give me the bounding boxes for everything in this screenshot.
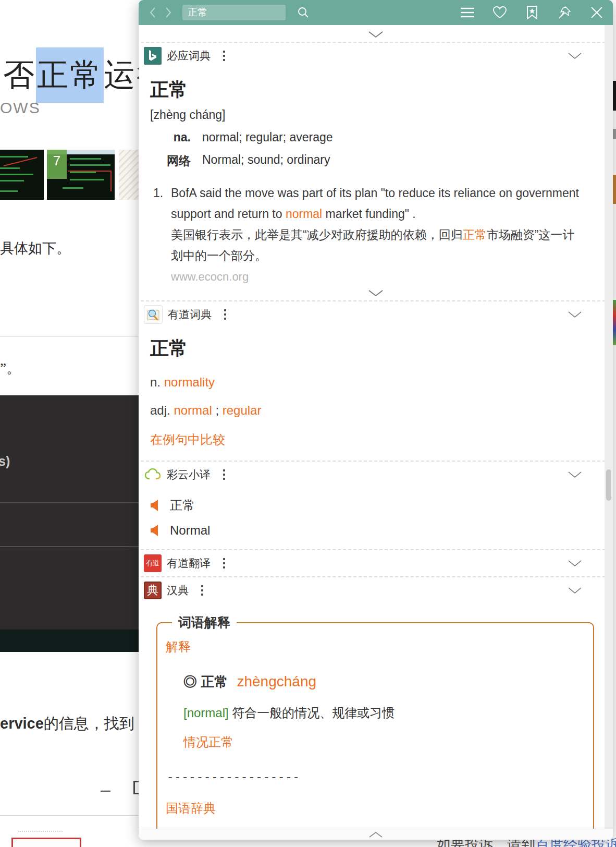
handian-example-link[interactable]: 情况正常 (183, 734, 583, 751)
separator: ; (212, 403, 223, 417)
section-label: 汉典 (167, 583, 189, 598)
page-dotted-underline (18, 831, 63, 832)
section-header-bing[interactable]: 必应词典 (139, 43, 613, 69)
youdao-logo-text: 有道 (146, 559, 159, 568)
example-en-highlight: normal (286, 207, 322, 221)
section-menu-dots-icon[interactable] (221, 556, 227, 571)
pin-icon[interactable] (557, 5, 572, 20)
section-label: 有道翻译 (167, 556, 211, 571)
translation-link[interactable]: normal (174, 403, 212, 417)
bing-headword: 正常 (150, 77, 613, 103)
section-collapse-icon[interactable] (567, 311, 583, 318)
section-collapse-icon[interactable] (567, 52, 583, 59)
caiyun-translation-row: Normal (150, 523, 613, 538)
close-icon[interactable] (589, 5, 605, 20)
menu-icon[interactable] (460, 5, 475, 20)
youdao-headword: 正常 (150, 336, 613, 361)
section-collapse-icon[interactable] (567, 587, 583, 594)
word-explanation-box: 词语解释 解释 ◎ 正常 zhèngcháng [normal] 符合一般的情况… (156, 614, 594, 840)
handian-icon: 典 (144, 582, 162, 599)
section-header-caiyun[interactable]: 彩云小译 (139, 462, 613, 488)
search-icon[interactable] (297, 6, 310, 19)
example-text: BofA said the move was part of its plan … (171, 183, 583, 266)
scroll-up-hint[interactable] (139, 25, 613, 42)
popup-header (139, 0, 613, 25)
caiyun-source-row: 正常 (150, 497, 613, 514)
section-expand-icon[interactable] (139, 284, 613, 300)
page-quote-end: ”。 (0, 360, 18, 377)
thumbnail-terminal-1[interactable] (0, 150, 44, 200)
pos-label: n. (150, 375, 164, 389)
example-zh: 美国银行表示，此举是其“减少对政府援助的依赖，回归 (171, 228, 463, 241)
back-icon[interactable] (147, 6, 158, 19)
page-divider-bottom (0, 815, 139, 816)
example-en-tail: market funding" . (322, 207, 415, 221)
section-label: 有道词典 (168, 307, 212, 322)
section-menu-dots-icon[interactable] (221, 49, 227, 63)
pos-label: na. (150, 130, 191, 144)
paragraph-rest-text: 的信息，找到 (44, 715, 134, 732)
section-header-youdao-dict[interactable]: 有道词典 (139, 301, 613, 328)
youdao-translate-icon: 有道 (144, 554, 162, 572)
code-text: s) (0, 454, 10, 469)
example-source: www.ecocn.org (171, 270, 613, 284)
page-edge-fragment (613, 81, 616, 111)
compare-examples-link[interactable]: 在例句中比较 (150, 431, 613, 448)
definition-text: 符合一般的情况、规律或习惯 (229, 706, 395, 720)
bing-dict-icon (144, 47, 162, 65)
forward-icon[interactable] (163, 6, 174, 19)
page-dash: – (101, 779, 110, 800)
page-paragraph-2: ervice的信息，找到 (0, 713, 134, 734)
caiyun-source-text: 正常 (170, 497, 195, 514)
pos-label: adj. (150, 403, 174, 417)
page-edge-fragment (613, 129, 616, 139)
favorite-heart-icon[interactable] (492, 5, 508, 20)
section-header-handian[interactable]: 典 汉典 (139, 577, 613, 603)
guoyu-dictionary-link[interactable]: 国语辞典 (166, 800, 583, 817)
speaker-icon[interactable] (150, 499, 161, 512)
bing-pinyin: [zhèng cháng] (150, 108, 613, 122)
code-screenshot-footer (0, 630, 139, 652)
page-divider (0, 336, 139, 337)
handian-separator: ------------------ (167, 771, 583, 784)
section-label: 彩云小译 (167, 467, 211, 482)
example-zh-highlight: 正常 (463, 228, 487, 241)
search-input[interactable] (182, 5, 286, 20)
handian-definition: [normal] 符合一般的情况、规律或习惯 (183, 705, 583, 721)
code-screenshot-block: s) (0, 395, 139, 630)
thumbnail-striped-placeholder (119, 150, 139, 200)
thumbnail-terminal-2[interactable]: 7 (47, 150, 115, 200)
page-edge-fragment (613, 175, 616, 204)
caiyun-translation-text: Normal (170, 523, 210, 538)
pos-label: 网络 (150, 153, 191, 169)
section-label: 必应词典 (167, 49, 211, 63)
scrollbar-thumb[interactable] (606, 469, 611, 501)
scroll-to-top-bar[interactable] (139, 829, 613, 840)
page-red-annotation-box (11, 838, 81, 847)
section-header-youdao-translate[interactable]: 有道 有道翻译 (139, 550, 613, 576)
definition-text: Normal; sound; ordinary (202, 153, 330, 169)
word-explanation-title: 词语解释 (172, 614, 237, 631)
paragraph-bold-text: ervice (0, 715, 44, 732)
explanation-link[interactable]: 解释 (166, 638, 583, 655)
english-tag: [normal] (183, 706, 229, 720)
bookmark-star-icon[interactable] (524, 5, 540, 20)
heading-subtext: OWS (0, 99, 41, 117)
definition-text: normal; regular; average (202, 130, 333, 144)
bing-definition-row: na. normal; regular; average (150, 130, 613, 144)
bing-definition-row: 网络 Normal; sound; ordinary (150, 153, 613, 169)
section-collapse-icon[interactable] (567, 560, 583, 567)
speaker-icon[interactable] (150, 524, 161, 537)
bing-example: 1. BofA said the move was part of its pl… (153, 183, 613, 266)
popup-scrollbar[interactable] (605, 25, 613, 829)
section-collapse-icon[interactable] (567, 471, 583, 478)
thumbnail-step-badge: 7 (47, 150, 67, 179)
heading-selected-text: 正常 (36, 47, 104, 103)
translation-link[interactable]: normality (164, 375, 215, 389)
section-menu-dots-icon[interactable] (222, 307, 228, 322)
section-menu-dots-icon[interactable] (199, 583, 205, 598)
page-edge-fragment (613, 300, 616, 345)
youdao-dict-icon (144, 305, 163, 324)
section-menu-dots-icon[interactable] (221, 467, 227, 482)
translation-link[interactable]: regular (223, 403, 262, 417)
